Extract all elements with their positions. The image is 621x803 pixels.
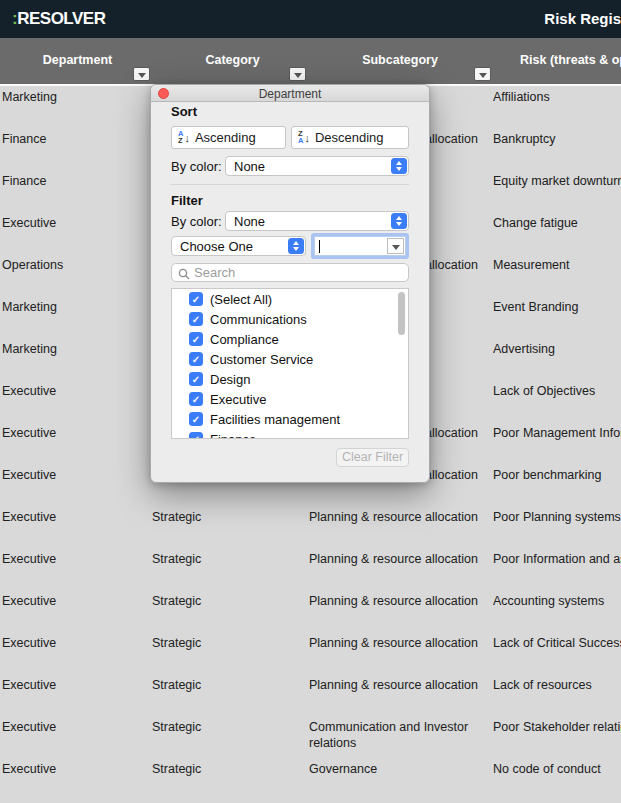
dialog-title-bar[interactable]: Department <box>151 85 429 102</box>
cell-cat: Strategic <box>152 593 302 609</box>
cell-dept: Executive <box>2 719 148 735</box>
cell-sub: Planning & resource allocation <box>309 677 481 693</box>
filter-option-item[interactable]: ✓Customer Service <box>172 349 408 369</box>
filter-option-item[interactable]: ✓Facilities management <box>172 409 408 429</box>
department-filter-dialog: Department Sort AZ ↓ Ascending ZA ↓ Desc… <box>150 84 430 483</box>
checkbox-checked-icon[interactable]: ✓ <box>189 372 203 386</box>
table-row[interactable]: ExecutiveStrategicCommunication and Inve… <box>0 716 621 758</box>
popup-stepper-icon <box>288 238 304 254</box>
checkbox-checked-icon[interactable]: ✓ <box>189 292 203 306</box>
checkbox-checked-icon[interactable]: ✓ <box>189 352 203 366</box>
sort-by-color-label: By color: <box>171 159 222 174</box>
checkbox-checked-icon[interactable]: ✓ <box>189 412 203 426</box>
filter-dropdown-button-subcategory[interactable] <box>474 67 491 81</box>
cell-risk: Lack of resources <box>493 677 621 693</box>
cell-risk: Measurement <box>493 257 621 273</box>
chevron-down-icon <box>392 245 400 250</box>
cell-dept: Executive <box>2 383 148 399</box>
clear-filter-button[interactable]: Clear Filter <box>336 448 409 467</box>
filter-option-label: Compliance <box>210 332 279 347</box>
filter-operator-select[interactable]: Choose One <box>171 236 306 256</box>
filter-option-item[interactable]: ✓Executive <box>172 389 408 409</box>
cell-risk: Poor Information and assu <box>493 551 621 567</box>
cell-cat: Strategic <box>152 761 302 777</box>
cell-dept: Executive <box>2 677 148 693</box>
table-row[interactable]: ExecutiveStrategicPlanning & resource al… <box>0 548 621 590</box>
cell-sub: Governance <box>309 761 481 777</box>
chevron-down-icon <box>138 73 146 78</box>
cell-dept: Executive <box>2 509 148 525</box>
cell-sub: Planning & resource allocation <box>309 593 481 609</box>
section-divider <box>171 184 409 185</box>
dialog-title: Department <box>151 87 429 101</box>
sort-descending-button[interactable]: ZA ↓ Descending <box>291 126 409 149</box>
filter-dropdown-button-category[interactable] <box>289 67 306 81</box>
filter-option-item[interactable]: ✓Design <box>172 369 408 389</box>
risk-register-screen: :RESOLVER Risk Regis Department Category… <box>0 0 621 803</box>
app-top-bar: :RESOLVER Risk Regis <box>0 0 621 38</box>
resolver-logo: :RESOLVER <box>12 9 105 29</box>
cell-risk: Equity market downturn <box>493 173 621 189</box>
table-row[interactable]: ExecutiveStrategicGovernanceNo code of c… <box>0 758 621 800</box>
filter-value-combobox[interactable] <box>314 236 406 256</box>
sort-descending-label: Descending <box>315 130 384 145</box>
column-header-category: Category <box>155 53 310 67</box>
table-row[interactable]: ExecutiveStrategicPlanning & resource al… <box>0 590 621 632</box>
sort-ascending-label: Ascending <box>195 130 256 145</box>
cell-cat: Strategic <box>152 719 302 735</box>
filter-operator-value: Choose One <box>180 239 253 254</box>
filter-option-item[interactable]: ✓Communications <box>172 309 408 329</box>
cell-cat: Strategic <box>152 677 302 693</box>
cell-dept: Executive <box>2 215 148 231</box>
cell-dept: Executive <box>2 593 148 609</box>
combobox-dropdown-button[interactable] <box>387 238 404 254</box>
popup-stepper-icon <box>391 158 407 174</box>
sort-ascending-button[interactable]: AZ ↓ Ascending <box>171 126 286 149</box>
filter-section-heading: Filter <box>171 193 203 208</box>
search-input[interactable] <box>194 265 402 280</box>
filter-option-item[interactable]: ✓Compliance <box>172 329 408 349</box>
chevron-down-icon <box>479 73 487 78</box>
sort-by-color-select[interactable]: None <box>225 156 409 176</box>
cell-risk: Change fatigue <box>493 215 621 231</box>
cell-cat: Strategic <box>152 509 302 525</box>
table-row[interactable]: ExecutiveStrategicPlanning & resource al… <box>0 506 621 548</box>
cell-risk: Poor Stakeholder relation <box>493 719 621 735</box>
cell-risk: No code of conduct <box>493 761 621 777</box>
table-row[interactable]: ExecutiveStrategicPlanning & resource al… <box>0 674 621 716</box>
sort-by-color-value: None <box>234 159 265 174</box>
column-header-subcategory: Subcategory <box>310 53 490 67</box>
list-scrollbar-thumb[interactable] <box>398 292 405 335</box>
cell-risk: Advertising <box>493 341 621 357</box>
cell-risk: Bankruptcy <box>493 131 621 147</box>
cell-risk: Affiliations <box>493 89 621 105</box>
filter-option-label: Customer Service <box>210 352 313 367</box>
filter-search-box <box>171 263 409 282</box>
filter-option-item[interactable]: ✓Finance <box>172 429 408 439</box>
filter-option-label: Finance <box>210 432 256 440</box>
table-row[interactable]: ExecutiveStrategicPlanning & resource al… <box>0 632 621 674</box>
filter-options: ✓(Select All)✓Communications✓Compliance✓… <box>172 289 408 439</box>
sort-section-heading: Sort <box>171 104 197 119</box>
filter-by-color-select[interactable]: None <box>225 211 409 231</box>
checkbox-checked-icon[interactable]: ✓ <box>189 432 203 439</box>
checkbox-checked-icon[interactable]: ✓ <box>189 332 203 346</box>
cell-dept: Marketing <box>2 341 148 357</box>
filter-options-list: ✓(Select All)✓Communications✓Compliance✓… <box>171 288 409 439</box>
text-cursor <box>319 240 320 253</box>
column-header-department: Department <box>0 53 155 67</box>
filter-option-label: Design <box>210 372 250 387</box>
cell-cat: Strategic <box>152 551 302 567</box>
filter-by-color-value: None <box>234 214 265 229</box>
filter-option-item[interactable]: ✓(Select All) <box>172 289 408 309</box>
down-arrow-icon: ↓ <box>304 132 310 144</box>
grid-column-header: Department Category Subcategory Risk (th… <box>0 38 621 84</box>
filter-option-label: (Select All) <box>210 292 272 307</box>
cell-risk: Event Branding <box>493 299 621 315</box>
checkbox-checked-icon[interactable]: ✓ <box>189 312 203 326</box>
cell-dept: Executive <box>2 635 148 651</box>
checkbox-checked-icon[interactable]: ✓ <box>189 392 203 406</box>
filter-dropdown-button-department[interactable] <box>133 67 150 81</box>
down-arrow-icon: ↓ <box>184 132 190 144</box>
cell-dept: Executive <box>2 761 148 777</box>
